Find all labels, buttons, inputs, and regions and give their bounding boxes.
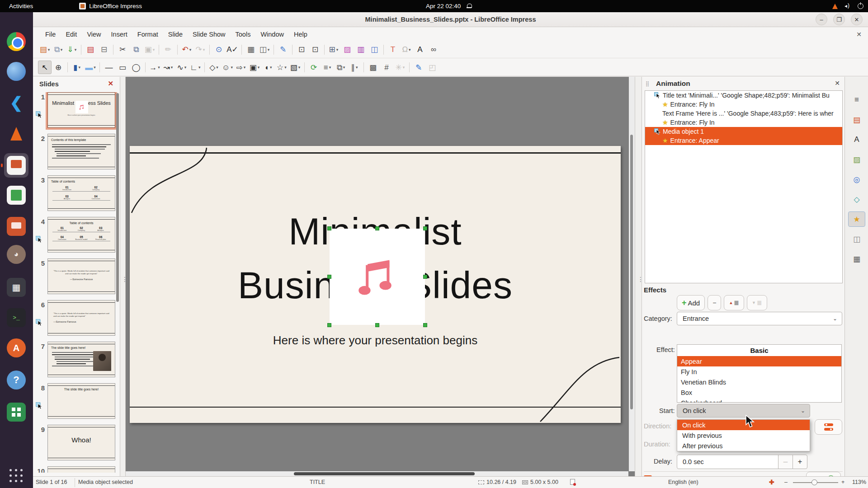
selection-handle[interactable] bbox=[327, 275, 331, 279]
minimize-button[interactable]: – bbox=[816, 14, 827, 25]
image-filter-button[interactable]: ✳ ▾ bbox=[393, 61, 407, 74]
open-button[interactable]: ⧉ ▾ bbox=[52, 43, 65, 56]
delay-input[interactable]: 0.0 sec bbox=[677, 455, 778, 469]
move-effect-up-button[interactable]: ▲≣ bbox=[724, 295, 744, 310]
hyperlink-button[interactable]: ∞ bbox=[427, 43, 440, 56]
selection-handle[interactable] bbox=[423, 226, 427, 230]
category-dropdown[interactable]: Entrance ⌄ bbox=[677, 312, 842, 325]
utility-dock-launcher[interactable]: ▦ bbox=[4, 275, 28, 300]
callout-shapes-button[interactable]: ◖ ▾ bbox=[261, 61, 275, 74]
copy-button[interactable]: ⧉ bbox=[129, 43, 143, 56]
animation-list-item[interactable]: Media object 1 bbox=[645, 127, 842, 136]
zoom-pan-button[interactable]: ⊕ bbox=[52, 61, 65, 74]
align-button[interactable]: ≡ ▾ bbox=[321, 61, 334, 74]
print-button[interactable]: ⊟ bbox=[97, 43, 111, 56]
lines-arrows-button[interactable]: ↝ ▾ bbox=[161, 61, 175, 74]
slides-panel-scrollbar[interactable] bbox=[116, 93, 119, 473]
document-modified-status[interactable] bbox=[570, 479, 575, 485]
add-effect-button[interactable]: + Add bbox=[677, 295, 705, 310]
titlebar[interactable]: Minimalist_Business_Slides.pptx - LibreO… bbox=[33, 12, 868, 27]
selection-handle[interactable] bbox=[375, 226, 379, 230]
master-slides-deck-icon[interactable]: ▦ bbox=[849, 252, 865, 266]
cut-button[interactable]: ✂ bbox=[116, 43, 129, 56]
display-grid-button[interactable]: ▦ bbox=[244, 43, 258, 56]
chrome-dock-launcher[interactable] bbox=[4, 29, 28, 54]
system-tray[interactable] bbox=[832, 3, 863, 9]
move-effect-down-button[interactable]: ▼≣ bbox=[747, 295, 767, 310]
effect-options-button[interactable] bbox=[815, 419, 842, 435]
slide-thumbnail[interactable]: 10 bbox=[33, 466, 120, 473]
show-draw-functions-button[interactable]: ✎ bbox=[276, 43, 290, 56]
zoom-percent[interactable]: 113% bbox=[852, 479, 866, 485]
zoom-out-button[interactable]: – bbox=[784, 479, 788, 485]
block-arrows-button[interactable]: ⇨ ▾ bbox=[234, 61, 248, 74]
arrow-button[interactable]: → ▾ bbox=[148, 61, 161, 74]
slide-subtitle-text[interactable]: Here is where your presentation begins bbox=[130, 333, 621, 347]
terminal-dock-launcher[interactable]: >_ bbox=[4, 305, 28, 330]
selection-handle[interactable] bbox=[327, 226, 331, 230]
slide-thumbnail[interactable]: 5 “This is a quote. Words full of bbox=[33, 258, 120, 300]
arrange-button[interactable]: ⧉ ▾ bbox=[334, 61, 348, 74]
new-presentation-button[interactable]: ▤ ▾ bbox=[38, 43, 52, 56]
panel-splitter-left[interactable] bbox=[120, 77, 126, 476]
start-first-slide-button[interactable]: ⊡ bbox=[295, 43, 308, 56]
fontwork-button[interactable]: A bbox=[413, 43, 427, 56]
insert-image-button[interactable]: ▨ bbox=[340, 43, 354, 56]
remove-effect-button[interactable]: − bbox=[708, 295, 721, 310]
delay-increment-button[interactable]: + bbox=[793, 455, 807, 469]
slide-transition-deck-icon[interactable]: ◫ bbox=[849, 232, 865, 246]
selection-handle[interactable] bbox=[327, 323, 331, 327]
crop-button[interactable]: # bbox=[380, 61, 393, 74]
spelling-button[interactable]: A✓ bbox=[226, 43, 239, 56]
View[interactable]: View bbox=[82, 28, 106, 40]
vscode-dock-launcher[interactable]: ❮ bbox=[4, 90, 28, 115]
snap-guides-button[interactable]: ◫ ▾ bbox=[258, 43, 271, 56]
distribute-button[interactable]: ∥ ▾ bbox=[348, 61, 361, 74]
close-button[interactable]: ✕ bbox=[851, 14, 863, 25]
shapes-deck-icon[interactable]: ◇ bbox=[849, 192, 865, 206]
effect-listbox[interactable]: Basic Appear Fly In Venetian Blinds Box … bbox=[677, 344, 842, 403]
insert-textbox-button[interactable]: T bbox=[386, 43, 400, 56]
animation-list-item[interactable]: ★ Entrance: Fly In bbox=[645, 118, 842, 127]
select-button[interactable]: ↖ bbox=[38, 61, 52, 74]
zoom-in-button[interactable]: + bbox=[841, 479, 844, 485]
effect-option[interactable]: Box bbox=[677, 387, 841, 398]
animation-list-item[interactable]: Title text 'Minimali...' 'Google Shape;4… bbox=[645, 91, 842, 100]
ellipse-button[interactable]: ◯ bbox=[129, 61, 143, 74]
vertical-scrollbar[interactable] bbox=[629, 77, 635, 471]
line-color-button[interactable]: ▬ ▾ bbox=[84, 61, 97, 74]
flowchart-button[interactable]: ▣ ▾ bbox=[248, 61, 261, 74]
export-pdf-button[interactable]: ▤ bbox=[84, 43, 97, 56]
slide-thumbnail[interactable]: 9 Whoa! bbox=[33, 425, 120, 466]
media-object[interactable] bbox=[330, 229, 425, 325]
help-dock-launcher[interactable]: ? bbox=[4, 368, 28, 392]
gallery-deck-icon[interactable]: ▨ bbox=[849, 152, 865, 167]
find-replace-button[interactable]: ⊙ bbox=[212, 43, 226, 56]
slide-thumbnail[interactable]: 7 The slide title goes here! bbox=[33, 342, 120, 383]
animation-deck-icon[interactable]: ★ bbox=[849, 212, 865, 226]
start-dropdown-option[interactable]: With previous bbox=[677, 430, 810, 441]
slide-thumbnail[interactable]: 2 Contents of this template bbox=[33, 134, 120, 175]
show-applications-button[interactable] bbox=[8, 468, 24, 484]
slide-thumbnail[interactable]: 6 bbox=[33, 300, 120, 342]
files-dock-launcher[interactable] bbox=[4, 59, 28, 84]
effect-option[interactable]: Appear bbox=[677, 356, 841, 366]
close-document-icon[interactable]: ✕ bbox=[856, 31, 862, 38]
slides-panel-close-icon[interactable]: ✕ bbox=[108, 80, 113, 88]
edit-points-button[interactable]: ✎ bbox=[412, 61, 425, 74]
save-button[interactable]: ⇓ ▾ bbox=[65, 43, 79, 56]
fit-slide-icon[interactable]: ✚ bbox=[769, 479, 774, 486]
calc-dock-launcher[interactable] bbox=[4, 183, 28, 207]
Tools[interactable]: Tools bbox=[231, 28, 256, 40]
properties-deck-icon[interactable]: ▤ bbox=[849, 113, 865, 127]
zoom-slider-thumb[interactable] bbox=[811, 479, 817, 485]
clock-menu[interactable]: Apr 22 02:40 bbox=[426, 3, 472, 9]
animation-list-item[interactable]: ★ Entrance: Fly In bbox=[645, 100, 842, 109]
software-dock-launcher[interactable]: A bbox=[4, 336, 28, 360]
basic-shapes-button[interactable]: ◇ ▾ bbox=[207, 61, 221, 74]
animation-list-item[interactable]: ★ Entrance: Appear bbox=[645, 136, 842, 145]
app-menu[interactable]: LibreOffice Impress bbox=[79, 3, 142, 9]
Insert[interactable]: Insert bbox=[106, 28, 132, 40]
clone-formatting-button[interactable]: ✏ bbox=[161, 43, 175, 56]
start-dropdown[interactable]: On click ⌄ bbox=[677, 404, 810, 418]
